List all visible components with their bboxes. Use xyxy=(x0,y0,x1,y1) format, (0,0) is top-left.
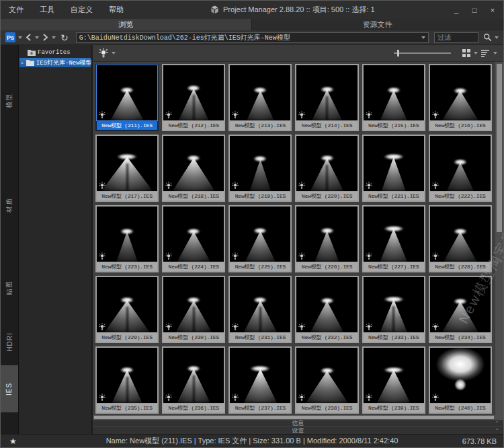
maximize-button[interactable]: □ xyxy=(470,6,478,14)
menu-item-2[interactable]: 自定义 xyxy=(71,5,93,15)
menu-item-1[interactable]: 工具 xyxy=(40,5,54,15)
info-panel-header[interactable]: 信息 ⌃ xyxy=(93,420,503,426)
thumbnail-item[interactable]: New模型 (217).IES xyxy=(95,135,159,202)
sidebar-tab-材质[interactable]: 材质 xyxy=(1,182,18,229)
cone-dark-split xyxy=(193,95,195,120)
thumbnail-item[interactable]: New模型 (224).IES xyxy=(162,205,225,272)
thumbnail-item[interactable]: New模型 (227).IES xyxy=(362,205,425,272)
light-cone xyxy=(430,231,491,262)
cone-dark-split xyxy=(126,307,128,332)
ies-light-preview xyxy=(97,348,157,403)
ies-light-preview xyxy=(97,65,157,120)
thumbnail-item[interactable]: New模型 (228).IES xyxy=(429,205,492,272)
refresh-icon[interactable]: ↻ xyxy=(60,33,69,42)
menu-item-0[interactable]: 文件 xyxy=(9,5,24,15)
forward-history-dropdown-icon[interactable] xyxy=(52,36,56,39)
thumbnail-label: New模型 (233).IES xyxy=(364,333,424,342)
collapse-icon[interactable]: ⌃ xyxy=(495,420,499,426)
render-options-dropdown-icon[interactable] xyxy=(112,52,116,54)
thumbnail-item[interactable]: New模型 (220).IES xyxy=(295,135,358,202)
thumbnail-item[interactable]: New模型 (215).IES xyxy=(362,64,425,131)
sidebar-tab-HDRI[interactable]: HDRI xyxy=(1,318,18,365)
thumbnail-item[interactable]: New模型 (230).IES xyxy=(162,276,225,343)
app-filter-button[interactable]: Ps xyxy=(5,32,15,42)
thumbnail-item[interactable]: New模型 (223).IES xyxy=(95,205,159,272)
forward-button[interactable] xyxy=(42,34,49,41)
horizontal-scrollbar-thumb[interactable] xyxy=(94,416,494,419)
thumbnail-label: New模型 (235).IES xyxy=(97,404,157,412)
window-controls: _ □ × xyxy=(452,6,497,14)
sidebar-tab-IES[interactable]: IES xyxy=(1,365,18,412)
vertical-scrollbar[interactable] xyxy=(495,62,503,415)
thumbnail-item[interactable]: New模型 (226).IES xyxy=(295,205,358,272)
tab-browse[interactable]: 浏览 xyxy=(1,19,252,30)
light-orb-glow xyxy=(430,348,491,403)
thumbnail-item[interactable]: New模型 (234).IES xyxy=(429,276,492,343)
thumbnail-item[interactable]: New模型 (240).IES xyxy=(429,346,492,414)
sidebar-tab-模型[interactable]: 模型 xyxy=(1,77,18,124)
thumbnail-item[interactable]: New模型 (222).IES xyxy=(429,135,492,202)
thumbnail-item[interactable]: New模型 (213).IES xyxy=(228,64,292,131)
sidebar-tab-label: 模型 xyxy=(5,94,14,108)
thumbnail-item[interactable]: New模型 (211).IES xyxy=(95,64,159,131)
filter-input[interactable] xyxy=(434,32,478,43)
light-cone xyxy=(296,231,357,262)
thumbnail-item[interactable]: New模型 (237).IES xyxy=(228,346,292,414)
tab-resource-files[interactable]: 资源文件 xyxy=(252,19,503,30)
path-input[interactable] xyxy=(79,34,421,41)
search-icon[interactable] xyxy=(483,33,492,42)
ies-light-preview xyxy=(430,348,491,403)
thumbnail-item[interactable]: New模型 (238).IES xyxy=(295,346,358,414)
tree-item-favorites[interactable]: Favorites xyxy=(19,48,91,57)
favorite-star-icon[interactable]: ★ xyxy=(9,437,17,446)
thumbnail-item[interactable]: New模型 (235).IES xyxy=(95,346,159,414)
thumbnail-label: New模型 (237).IES xyxy=(230,404,290,412)
thumbnail-label: New模型 (227).IES xyxy=(364,262,424,271)
sort-icon[interactable] xyxy=(481,50,490,57)
cone-dark-split xyxy=(326,96,328,120)
light-cone xyxy=(430,301,491,332)
back-button[interactable] xyxy=(25,34,32,41)
thumbnail-size-slider[interactable] xyxy=(394,52,451,54)
thumbnail-item[interactable]: New模型 (221).IES xyxy=(362,135,425,202)
thumbnail-item[interactable]: New模型 (233).IES xyxy=(362,276,425,343)
sidebar-tab-贴图[interactable]: 贴图 xyxy=(1,264,18,311)
vertical-scrollbar-thumb[interactable] xyxy=(497,64,502,232)
horizontal-scrollbar[interactable] xyxy=(93,415,503,420)
sort-dropdown-icon[interactable] xyxy=(493,52,497,54)
app-filter-dropdown-icon[interactable] xyxy=(18,36,22,39)
grid-view-icon[interactable] xyxy=(462,49,470,57)
cone-dark-split xyxy=(126,377,128,403)
thumbnail-item[interactable]: New模型 (236).IES xyxy=(162,346,225,414)
tree-item-ies-library[interactable]: ▸ IES灯光库-New模型 xyxy=(19,58,91,67)
menu-item-3[interactable]: 帮助 xyxy=(109,5,124,15)
thumbnail-label: New模型 (222).IES xyxy=(430,192,491,200)
collapse-icon[interactable]: ⌃ xyxy=(495,428,499,434)
thumbnail-item[interactable]: New模型 (214).IES xyxy=(295,64,358,131)
thumbnail-item[interactable]: New模型 (239).IES xyxy=(362,346,425,414)
thumbnail-label: New模型 (219).IES xyxy=(230,192,290,200)
thumbnail-item[interactable]: New模型 (225).IES xyxy=(228,205,292,272)
light-bulb-icon xyxy=(99,111,106,119)
thumbnail-item[interactable]: New模型 (212).IES xyxy=(162,64,225,131)
light-bulb-icon xyxy=(432,323,439,331)
expand-caret-icon[interactable]: ▸ xyxy=(21,60,24,66)
thumbnail-item[interactable]: New模型 (231).IES xyxy=(228,276,292,343)
thumbnail-label: New模型 (236).IES xyxy=(163,404,224,412)
close-button[interactable]: × xyxy=(489,6,497,14)
view-mode-dropdown-icon[interactable] xyxy=(474,52,478,54)
thumbnail-item[interactable]: New模型 (232).IES xyxy=(295,276,358,343)
path-dropdown-icon[interactable] xyxy=(421,36,425,39)
thumbnail-label: New模型 (217).IES xyxy=(97,192,157,200)
back-history-dropdown-icon[interactable] xyxy=(35,36,39,39)
slider-handle[interactable] xyxy=(397,50,399,57)
search-options-dropdown-icon[interactable] xyxy=(495,36,499,39)
thumbnail-item[interactable]: New模型 (216).IES xyxy=(429,64,492,131)
thumbnail-item[interactable]: New模型 (219).IES xyxy=(228,135,292,202)
light-bulb-icon xyxy=(99,182,106,190)
thumbnail-item[interactable]: New模型 (229).IES xyxy=(95,276,159,343)
thumbnail-item[interactable]: New模型 (218).IES xyxy=(162,135,225,202)
settings-panel-header[interactable]: 设置 ⌃ xyxy=(93,426,503,434)
light-bulb-icon[interactable] xyxy=(99,48,108,59)
minimize-button[interactable]: _ xyxy=(452,6,460,14)
